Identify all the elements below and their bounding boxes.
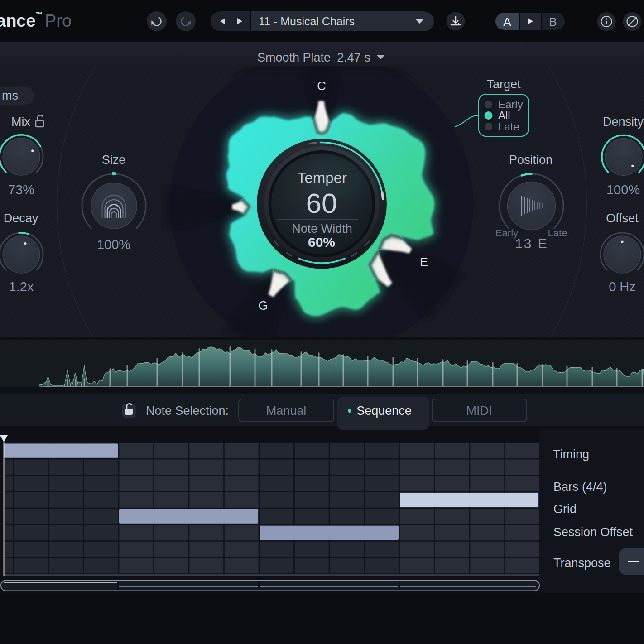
svg-text:73%: 73% [8, 183, 34, 197]
svg-text:Note Width: Note Width [292, 222, 352, 235]
svg-text:Mix: Mix [11, 115, 30, 129]
svg-text:13 E: 13 E [515, 236, 548, 251]
svg-text:ms: ms [2, 89, 18, 102]
svg-text:2.47 s: 2.47 s [337, 51, 370, 64]
svg-text:100%: 100% [97, 237, 130, 252]
svg-text:Temper: Temper [297, 169, 347, 186]
svg-text:Smooth Plate: Smooth Plate [257, 51, 331, 64]
svg-text:™: ™ [35, 11, 43, 19]
svg-text:Late: Late [548, 227, 567, 239]
svg-text:0 Hz: 0 Hz [609, 279, 636, 294]
svg-text:Transpose: Transpose [553, 556, 611, 570]
svg-text:Target: Target [486, 77, 521, 91]
svg-text:G: G [258, 299, 268, 312]
svg-text:Size: Size [102, 153, 126, 167]
svg-text:Late: Late [498, 120, 519, 133]
svg-text:Bars (4/4): Bars (4/4) [553, 480, 607, 494]
svg-text:Session Offset: Session Offset [553, 525, 633, 539]
svg-text:B: B [549, 15, 557, 29]
svg-text:A: A [503, 15, 511, 29]
svg-text:60%: 60% [308, 235, 335, 250]
svg-text:1.2x: 1.2x [9, 279, 34, 294]
svg-text:MIDI: MIDI [466, 404, 492, 418]
svg-text:100%: 100% [606, 183, 640, 197]
svg-text:Note Selection:: Note Selection: [146, 404, 229, 418]
svg-text:60: 60 [306, 187, 337, 219]
svg-text:Position: Position [509, 153, 553, 167]
svg-text:Early: Early [498, 98, 523, 111]
svg-text:Decay: Decay [4, 211, 38, 225]
svg-text:11 - Musical Chairs: 11 - Musical Chairs [259, 15, 355, 28]
svg-text:ance: ance [0, 11, 36, 30]
svg-text:C: C [317, 79, 326, 93]
svg-text:Offset: Offset [606, 211, 639, 225]
svg-text:Sequence: Sequence [356, 404, 412, 418]
svg-text:All: All [498, 109, 510, 121]
svg-text:Grid: Grid [553, 502, 577, 516]
svg-text:Pro: Pro [45, 11, 72, 30]
svg-text:E: E [420, 255, 428, 269]
svg-text:Timing: Timing [553, 447, 589, 461]
svg-text:Density: Density [603, 115, 644, 129]
svg-text:Manual: Manual [266, 404, 307, 418]
